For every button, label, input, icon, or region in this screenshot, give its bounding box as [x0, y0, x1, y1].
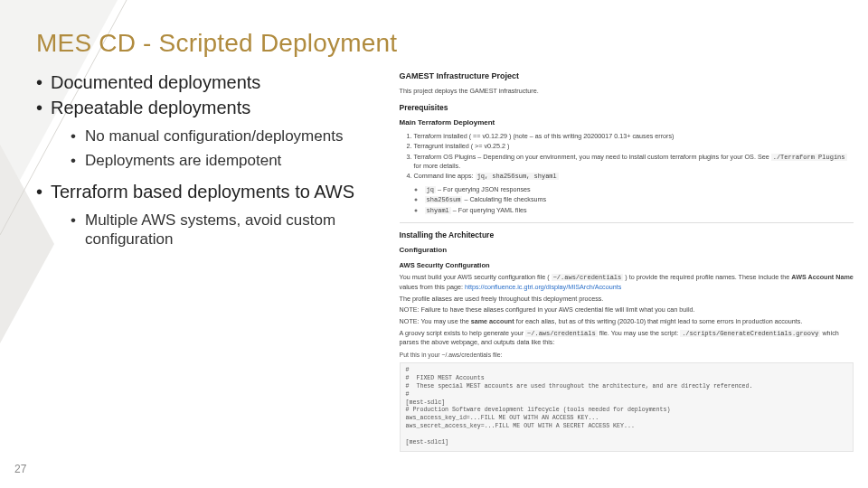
readme-main-tf-heading: Main Terraform Deployment	[400, 118, 854, 128]
bullet-item: Repeatable deployments No manual configu…	[36, 96, 391, 171]
sub-bullet-item: No manual configuration/deployments	[71, 127, 391, 145]
credentials-codeblock: # # FIXED MEST Accounts # These special …	[400, 362, 854, 452]
confluence-link[interactable]: https://confluence.ic.gtri.org/display/M…	[465, 283, 621, 291]
list-item: Terraform OS Plugins – Depending on your…	[414, 153, 854, 171]
list-item: Terraform installed ( == v0.12.29 ) (not…	[414, 132, 854, 141]
bullet-text: Repeatable deployments	[51, 98, 250, 117]
readme-config-heading: Configuration	[400, 246, 854, 256]
readme-paragraph: You must build your AWS security configu…	[400, 273, 854, 291]
slide-title: MES CD - Scripted Deployment	[0, 0, 868, 70]
bullet-column: Documented deployments Repeatable deploy…	[0, 70, 400, 488]
readme-aws-sec-heading: AWS Security Configuration	[400, 261, 854, 270]
list-item: sha256sum – Calculating file checksums	[425, 195, 854, 204]
page-number: 27	[14, 463, 26, 475]
readme-h1: GAMEST Infrastructure Project	[400, 70, 854, 81]
readme-note: NOTE: Failure to have these aliases conf…	[400, 305, 854, 314]
list-item: Command line apps: jq, sha256sum, shyaml	[414, 172, 854, 181]
codeblock-caption: Put this in your ~/.aws/credentials file…	[400, 351, 854, 359]
readme-preview: GAMEST Infrastructure Project This proje…	[400, 70, 868, 488]
divider	[400, 222, 854, 223]
bullet-item: Documented deployments	[36, 70, 391, 94]
readme-note: NOTE: You may use the same account for e…	[400, 317, 854, 326]
sub-bullet-item: Deployments are idempotent	[71, 151, 391, 170]
bullet-text: Terraform based deployments to AWS	[51, 182, 354, 202]
sub-bullet-item: Multiple AWS systems, avoid custom confi…	[71, 211, 391, 249]
list-item: Terragrunt installed ( >= v0.25.2 )	[414, 142, 854, 151]
list-item: shyaml – For querying YAML files	[425, 206, 854, 215]
bullet-item: Terraform based deployments to AWS Multi…	[36, 180, 391, 249]
list-item: jq – For querying JSON responses	[425, 185, 854, 194]
readme-prereq-heading: Prerequisites	[400, 103, 854, 113]
readme-install-heading: Installing the Architecture	[400, 230, 854, 240]
readme-intro: This project deploys the GAMEST infrastr…	[400, 87, 854, 96]
readme-paragraph: A groovy script exists to help generate …	[400, 329, 854, 347]
readme-paragraph: The profile aliases are used freely thro…	[400, 295, 854, 304]
